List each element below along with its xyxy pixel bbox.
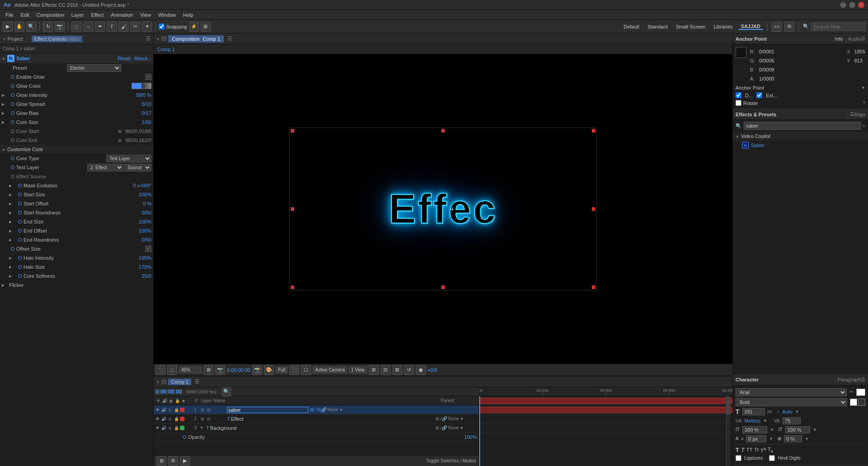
kerning-dropdown[interactable]: ▼ bbox=[763, 418, 767, 423]
font-edit-icon[interactable]: ✏ bbox=[849, 389, 854, 395]
handle-ml[interactable] bbox=[291, 207, 294, 211]
saber-parent-dropdown[interactable]: ▼ bbox=[339, 408, 343, 412]
more-workspaces[interactable]: >> bbox=[772, 22, 782, 32]
bg-lock[interactable]: 🔒 bbox=[174, 425, 179, 431]
tl-tab[interactable]: Comp 1 bbox=[168, 379, 191, 385]
glow-bias-twirl[interactable]: ▶ bbox=[2, 111, 9, 115]
start-offset-twirl[interactable]: ▶ bbox=[9, 202, 16, 206]
video-copilot-header[interactable]: Video Copilot bbox=[733, 132, 868, 141]
saber-audio[interactable]: 🔊 bbox=[161, 407, 166, 413]
camera-dropdown[interactable]: Active Camera bbox=[313, 366, 347, 373]
tracking-input[interactable] bbox=[783, 417, 801, 424]
handle-bm[interactable] bbox=[441, 285, 445, 289]
customize-core-header[interactable]: Customize Core bbox=[0, 145, 153, 154]
menu-layer[interactable]: Layer bbox=[68, 11, 88, 19]
menu-file[interactable]: File bbox=[2, 11, 17, 19]
comp-timecode[interactable]: 0:00:00:00 bbox=[227, 367, 250, 373]
bg-layer-name[interactable]: Background bbox=[210, 425, 434, 431]
panel-menu-icon[interactable]: ☰ bbox=[146, 36, 151, 42]
bold-btn[interactable]: T bbox=[736, 447, 739, 453]
halo-size-twirl[interactable]: ▶ bbox=[9, 265, 16, 269]
handle-br[interactable] bbox=[592, 285, 595, 289]
core-softness-value[interactable]: 25/0 bbox=[142, 273, 151, 279]
glow-intensity-value[interactable]: 58/0 % bbox=[136, 92, 151, 98]
subscript-btn[interactable]: Ta bbox=[768, 447, 773, 453]
audio-tab[interactable]: Audio bbox=[848, 36, 861, 42]
handle-tm[interactable] bbox=[441, 129, 445, 133]
align-tab[interactable]: Align bbox=[854, 112, 865, 117]
effect-effects[interactable]: ⊟ bbox=[206, 416, 212, 422]
bg-audio[interactable]: 🔊 bbox=[161, 425, 166, 431]
handle-bl[interactable] bbox=[291, 285, 294, 289]
saber-track-bar[interactable] bbox=[479, 398, 732, 404]
workspace-sajjad[interactable]: SAJJAD bbox=[738, 24, 763, 30]
project-tab[interactable]: Project bbox=[7, 36, 23, 42]
fill-swatch[interactable] bbox=[850, 399, 857, 406]
comp-tb-reset[interactable]: ↺ bbox=[404, 365, 414, 375]
close-button[interactable]: × bbox=[858, 2, 864, 8]
saber-lock[interactable]: 🔒 bbox=[174, 407, 179, 413]
leading-label[interactable]: Auto bbox=[782, 409, 793, 414]
saber-motion-blur[interactable]: ⊞ bbox=[200, 407, 205, 413]
comp-tb-snap3[interactable]: ⊠ bbox=[392, 365, 402, 375]
comp-tb-snap[interactable]: ⬛ bbox=[156, 365, 165, 375]
menu-edit[interactable]: Edit bbox=[17, 11, 33, 19]
rotate-help[interactable]: ? bbox=[863, 100, 865, 106]
halo-intensity-value[interactable]: 195% bbox=[139, 255, 151, 261]
saber-reset-button[interactable]: Reset bbox=[118, 56, 131, 61]
start-offset-value[interactable]: 0 % bbox=[143, 201, 151, 206]
tl-preview[interactable]: ▶ bbox=[180, 456, 190, 466]
comp-tb-viewer[interactable]: ⬡ bbox=[301, 365, 311, 375]
tl-menu[interactable]: ☰ bbox=[195, 379, 199, 385]
baseline-dropdown[interactable]: ▼ bbox=[769, 437, 773, 441]
saber-about-button[interactable]: About... bbox=[134, 56, 151, 61]
mask-evolution-value[interactable]: 0 x+0/0° bbox=[133, 183, 151, 188]
tsume-input[interactable] bbox=[784, 435, 802, 442]
saber-effects[interactable]: ⊟ bbox=[206, 407, 212, 413]
comp-tb-camera[interactable]: 📷 bbox=[215, 365, 225, 375]
comp-viewer[interactable]: Effec bbox=[154, 54, 732, 364]
glow-spread-twirl[interactable]: ▶ bbox=[2, 102, 9, 106]
scale-v-input[interactable] bbox=[785, 426, 810, 433]
menu-window[interactable]: Window bbox=[155, 11, 179, 19]
baseline-input[interactable] bbox=[746, 435, 766, 442]
effect-parent-value[interactable]: None bbox=[448, 416, 459, 421]
hand-tool[interactable]: ✋ bbox=[14, 22, 24, 32]
kerning-method[interactable]: Metrics bbox=[745, 418, 760, 423]
ext-checkbox[interactable] bbox=[756, 92, 762, 98]
toggle-label[interactable]: Toggle Switches / Modes bbox=[426, 458, 476, 463]
pen-tool[interactable]: ✒ bbox=[95, 22, 105, 32]
menu-view[interactable]: View bbox=[137, 11, 155, 19]
smallcaps-btn[interactable]: Tt bbox=[754, 447, 759, 452]
ligatures-checkbox[interactable] bbox=[736, 455, 741, 461]
clone-tool[interactable]: ✂ bbox=[130, 22, 140, 32]
zoom-dropdown[interactable]: 45% bbox=[179, 366, 202, 373]
handle-tl[interactable] bbox=[291, 129, 294, 133]
ep-menu-icon[interactable]: ☰ bbox=[850, 111, 854, 117]
core-type-dropdown[interactable]: Text Layer bbox=[106, 155, 151, 162]
project-close[interactable]: × bbox=[3, 36, 5, 42]
minimize-button[interactable]: — bbox=[840, 2, 846, 8]
effect-layer-name[interactable]: Effect bbox=[231, 416, 434, 422]
workspace-libraries[interactable]: Libraries bbox=[711, 24, 735, 29]
end-offset-twirl[interactable]: ▶ bbox=[9, 229, 16, 233]
workspace-options[interactable]: ⚙ bbox=[784, 22, 794, 32]
scale-h-input[interactable] bbox=[742, 426, 767, 433]
comp-close[interactable]: × bbox=[156, 36, 159, 42]
comp-tb-toggle[interactable]: ⬛ bbox=[289, 365, 299, 375]
zoom-tool[interactable]: 🔍 bbox=[26, 22, 36, 32]
halo-size-value[interactable]: 170% bbox=[139, 264, 151, 270]
customize-core-twirl[interactable] bbox=[2, 147, 7, 152]
end-size-value[interactable]: 100% bbox=[139, 219, 151, 224]
comp-tb-safe[interactable]: ⊞ bbox=[203, 365, 213, 375]
glow-intensity-twirl[interactable]: ▶ bbox=[2, 93, 9, 97]
effect-track-bar[interactable] bbox=[479, 407, 732, 413]
shape-rect[interactable]: □ bbox=[71, 22, 81, 32]
info-tab[interactable]: Info bbox=[835, 36, 843, 42]
comp-tab[interactable]: Composition Comp 1 bbox=[168, 35, 224, 43]
playhead[interactable] bbox=[479, 396, 480, 466]
font-family-select[interactable]: Arial bbox=[736, 388, 847, 396]
saber-effect-header[interactable]: fx Saber Reset About... bbox=[0, 53, 153, 63]
start-roundness-value[interactable]: 0/50 bbox=[142, 210, 151, 215]
maximize-button[interactable]: □ bbox=[849, 2, 855, 8]
